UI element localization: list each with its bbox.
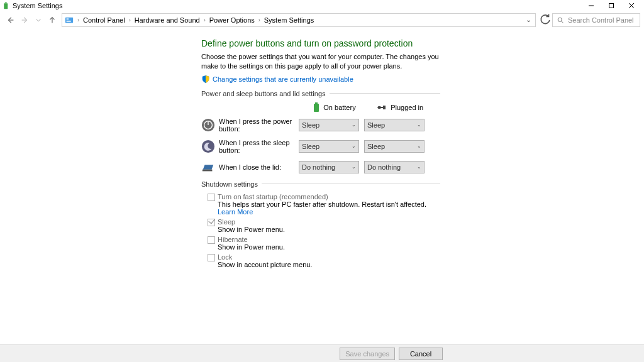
title-bar: System Settings [0, 0, 644, 11]
breadcrumb-item[interactable]: System Settings [263, 16, 315, 24]
row-sleep-button: When I press the sleep button: Sleep⌄ Sl… [201, 139, 440, 154]
power-button-plugged-select[interactable]: Sleep⌄ [364, 119, 425, 131]
row-label: When I close the lid: [219, 163, 299, 171]
checkbox[interactable] [208, 254, 215, 261]
divider [262, 184, 440, 184]
col-plugged-label: Plugged in [391, 104, 423, 111]
row-label: When I press the power button: [219, 118, 299, 133]
chevron-down-icon: ⌄ [417, 143, 421, 149]
chevron-down-icon: ⌄ [352, 143, 356, 149]
row-close-lid: When I close the lid: Do nothing⌄ Do not… [201, 160, 440, 174]
chevron-down-icon: ⌄ [417, 122, 421, 128]
address-bar[interactable]: › Control Panel › Hardware and Sound › P… [62, 13, 536, 27]
learn-more-link[interactable]: Learn More [218, 208, 253, 216]
check-fast-startup: Turn on fast startup (recommended) This … [201, 193, 440, 216]
breadcrumb-item[interactable]: Power Options [208, 16, 256, 24]
control-panel-icon [65, 16, 74, 25]
section-label-shutdown: Shutdown settings [201, 180, 258, 188]
checkbox[interactable] [208, 236, 215, 244]
breadcrumb-sep: › [75, 17, 82, 23]
up-button[interactable] [45, 13, 59, 27]
check-desc: Show in account picture menu. [218, 261, 312, 268]
svg-point-19 [202, 140, 214, 153]
svg-rect-9 [65, 17, 73, 23]
check-desc: This helps start your PC faster after sh… [218, 200, 440, 216]
minimize-button[interactable] [581, 1, 601, 11]
refresh-button[interactable] [538, 13, 552, 27]
row-power-button: When I press the power button: Sleep⌄ Sl… [201, 118, 440, 133]
checkbox[interactable] [208, 219, 215, 226]
sleep-button-battery-select[interactable]: Sleep⌄ [299, 140, 359, 153]
content-area: Define power buttons and turn on passwor… [0, 28, 644, 344]
svg-rect-15 [315, 102, 318, 104]
svg-rect-10 [67, 18, 69, 19]
breadcrumb-sep: › [201, 17, 208, 23]
laptop-icon [201, 160, 215, 174]
breadcrumb-sep: › [126, 17, 133, 23]
checkbox[interactable] [208, 194, 215, 201]
column-headers: On battery Plugged in [201, 102, 440, 112]
col-battery-label: On battery [323, 104, 355, 111]
shield-icon [201, 75, 210, 84]
address-dropdown-icon[interactable]: ⌄ [523, 16, 534, 24]
check-desc: Show in Power menu. [218, 226, 285, 233]
search-input[interactable]: Search Control Panel [552, 13, 640, 27]
battery-icon [313, 102, 319, 112]
save-changes-button[interactable]: Save changes [340, 348, 395, 360]
lid-plugged-select[interactable]: Do nothing⌄ [364, 161, 425, 173]
forward-button[interactable] [18, 13, 31, 27]
svg-rect-3 [609, 3, 614, 8]
plug-icon [377, 104, 387, 111]
nav-bar: › Control Panel › Hardware and Sound › P… [0, 11, 644, 28]
maximize-button[interactable] [601, 1, 621, 11]
power-button-battery-select[interactable]: Sleep⌄ [299, 119, 359, 131]
footer-bar: Save changes Cancel [0, 344, 644, 362]
svg-rect-14 [314, 104, 319, 112]
check-label: Hibernate [218, 236, 285, 243]
power-icon [201, 118, 215, 132]
svg-rect-0 [4, 3, 8, 9]
moon-icon [201, 140, 215, 153]
svg-rect-1 [5, 2, 7, 3]
svg-rect-20 [203, 169, 213, 171]
check-label: Turn on fast startup (recommended) [218, 193, 440, 200]
search-icon [557, 16, 564, 24]
change-settings-link[interactable]: Change settings that are currently unava… [213, 75, 353, 83]
cancel-button[interactable]: Cancel [399, 348, 443, 360]
check-desc: Show in Power menu. [218, 243, 285, 251]
section-label-buttons: Power and sleep buttons and lid settings [201, 90, 326, 97]
check-label: Sleep [218, 218, 285, 226]
sleep-button-plugged-select[interactable]: Sleep⌄ [364, 140, 425, 153]
check-sleep: Sleep Show in Power menu. [201, 218, 440, 233]
breadcrumb-item[interactable]: Hardware and Sound [133, 16, 201, 24]
back-button[interactable] [4, 13, 18, 27]
chevron-down-icon: ⌄ [417, 164, 421, 170]
recent-pages-dropdown[interactable] [31, 13, 45, 27]
check-lock: Lock Show in account picture menu. [201, 253, 440, 268]
search-placeholder: Search Control Panel [568, 16, 634, 24]
svg-point-12 [558, 18, 562, 21]
window-title: System Settings [13, 2, 62, 9]
breadcrumb-sep: › [256, 17, 263, 23]
page-description: Choose the power settings that you want … [201, 52, 440, 71]
battery-app-icon [3, 2, 10, 9]
chevron-down-icon: ⌄ [352, 164, 356, 170]
check-label: Lock [218, 253, 312, 261]
chevron-down-icon: ⌄ [352, 122, 356, 128]
page-heading: Define power buttons and turn on passwor… [201, 38, 440, 48]
lid-battery-select[interactable]: Do nothing⌄ [299, 161, 359, 173]
check-hibernate: Hibernate Show in Power menu. [201, 236, 440, 251]
divider [330, 93, 440, 94]
row-label: When I press the sleep button: [219, 139, 299, 154]
svg-rect-11 [67, 20, 71, 21]
close-button[interactable] [621, 1, 641, 11]
breadcrumb-item[interactable]: Control Panel [82, 16, 126, 24]
svg-line-13 [562, 21, 564, 23]
